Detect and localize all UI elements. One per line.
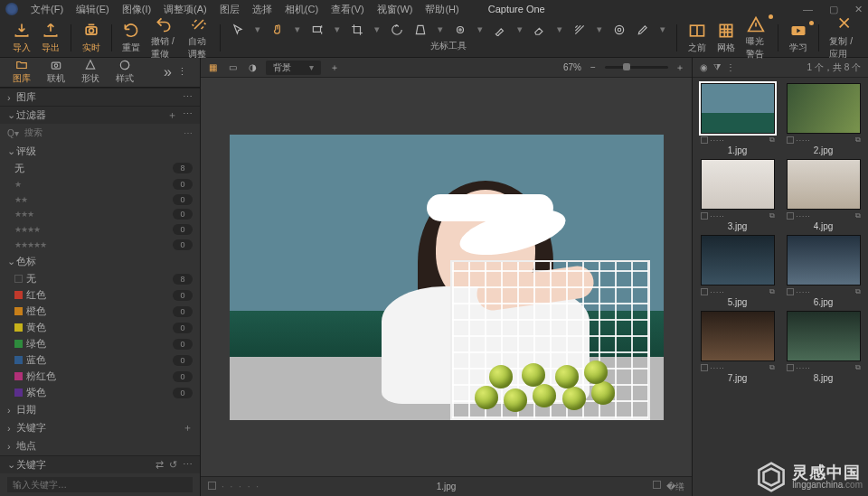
rating-row-none[interactable]: 无8 <box>0 160 200 176</box>
zoom-in-icon[interactable]: ＋ <box>674 61 686 74</box>
tab-library[interactable]: 图库 <box>13 59 31 85</box>
tabs-more-icon[interactable]: » <box>164 64 172 80</box>
window-minimize[interactable]: — <box>803 4 813 15</box>
copy-apply-button[interactable]: 复制 / 应用 <box>824 15 861 61</box>
pointer-tool-icon[interactable] <box>231 23 244 36</box>
crop-tool-icon[interactable] <box>351 23 363 36</box>
keyword-section-header[interactable]: ›关键字＋ <box>0 419 200 437</box>
live-button[interactable]: 实时 <box>77 22 106 54</box>
tab-shape[interactable]: 形状 <box>81 59 99 85</box>
zoom-out-icon[interactable]: − <box>587 61 599 74</box>
viewer-footer: · · · · · 1.jpg �缮 <box>201 476 692 496</box>
menu-layer[interactable]: 图层 <box>220 3 240 16</box>
date-section-header[interactable]: ›日期 <box>0 401 200 419</box>
view-grid-icon[interactable]: ▦ <box>206 61 219 74</box>
tab-style[interactable]: 样式 <box>116 59 134 85</box>
loupe-tool-icon[interactable] <box>311 23 324 36</box>
reset-icon[interactable]: ↺ <box>169 459 177 471</box>
rating-row-5[interactable]: ★★★★★0 <box>0 238 200 253</box>
rating-row-2[interactable]: ★★0 <box>0 192 200 207</box>
color-row[interactable]: 绿色0 <box>0 336 200 352</box>
before-after-button[interactable]: 之前 <box>683 22 712 54</box>
color-row[interactable]: 蓝色0 <box>0 352 200 369</box>
filter-panel-header[interactable]: ⌄ 过滤器 ＋ ⋯ <box>0 106 200 124</box>
thumbnail[interactable]: ·····⧉1.jpg <box>698 83 777 155</box>
menu-select[interactable]: 选择 <box>252 3 272 16</box>
keystone-tool-icon[interactable] <box>414 23 427 36</box>
thumbnail[interactable]: ·····⧉3.jpg <box>698 159 777 231</box>
learn-button[interactable]: 学习 <box>784 22 813 54</box>
auto-adjust-button[interactable]: 自动调整 <box>183 15 215 61</box>
select-checkbox[interactable] <box>208 482 216 490</box>
undo-redo-button[interactable]: 撤销 / 重做 <box>146 15 183 61</box>
svg-point-5 <box>615 25 623 33</box>
menu-edit[interactable]: 编辑(E) <box>76 3 109 16</box>
eye-icon[interactable]: ◉ <box>700 62 708 72</box>
window-close[interactable]: ✕ <box>854 4 863 15</box>
library-panel-header[interactable]: › 图库 ⋯ <box>0 88 200 106</box>
sort-icon[interactable]: ⋮ <box>726 62 735 72</box>
color-row[interactable]: 橙色0 <box>0 304 200 320</box>
viewer-filename: 1.jpg <box>437 482 457 491</box>
svg-point-6 <box>618 28 621 32</box>
keywords-panel-header[interactable]: ⌄关键字 ⇄ ↺ ⋯ <box>0 455 200 473</box>
color-row[interactable]: 粉红色0 <box>0 369 200 385</box>
tab-tether[interactable]: 联机 <box>47 59 65 85</box>
spot-tool-icon[interactable] <box>454 23 467 36</box>
rating-row-3[interactable]: ★★★0 <box>0 207 200 222</box>
add-layer-icon[interactable]: ＋ <box>328 61 341 74</box>
menu-file[interactable]: 文件(F) <box>31 3 63 16</box>
thumbnail[interactable]: ·····⧉8.jpg <box>784 311 863 383</box>
erase-tool-icon[interactable] <box>533 23 546 36</box>
menu-help[interactable]: 帮助(H) <box>425 3 458 16</box>
brush-tool-icon[interactable] <box>494 23 506 36</box>
menu-view[interactable]: 查看(V) <box>331 3 364 16</box>
rating-row-4[interactable]: ★★★★0 <box>0 222 200 238</box>
exposure-warning-button[interactable]: 曝光警告 <box>741 15 773 61</box>
hand-tool-icon[interactable] <box>271 23 284 36</box>
image-viewer[interactable] <box>201 78 692 476</box>
thumbnail[interactable]: ·····⧉7.jpg <box>698 311 777 383</box>
svg-point-4 <box>459 28 461 30</box>
color-row[interactable]: 红色0 <box>0 287 200 304</box>
export-button[interactable]: 导出 <box>36 22 65 54</box>
color-row[interactable]: 黄色0 <box>0 320 200 336</box>
rating-row-1[interactable]: ★0 <box>0 176 200 192</box>
svg-point-1 <box>89 28 93 33</box>
place-section-header[interactable]: ›地点 <box>0 437 200 455</box>
menu-window[interactable]: 视窗(W) <box>377 3 413 16</box>
menu-image[interactable]: 图像(I) <box>122 3 151 16</box>
layer-dropdown[interactable]: 背景▾ <box>266 61 321 75</box>
color-section-header[interactable]: ⌄色标 <box>0 252 200 270</box>
rotate-tool-icon[interactable] <box>391 23 403 36</box>
zoom-slider[interactable] <box>605 66 668 69</box>
sync-icon[interactable]: ⇄ <box>156 459 164 471</box>
annotate-tool-icon[interactable] <box>637 23 649 36</box>
thumbnail[interactable]: ·····⧉6.jpg <box>784 235 863 307</box>
menu-camera[interactable]: 相机(C) <box>285 3 318 16</box>
shape-icon <box>83 59 98 71</box>
radial-tool-icon[interactable] <box>613 23 626 36</box>
color-row[interactable]: 紫色0 <box>0 385 200 401</box>
tabs-menu-icon[interactable]: ⋮ <box>177 66 187 78</box>
app-logo <box>5 3 18 15</box>
rating-section-header[interactable]: ⌄评级 <box>0 142 200 160</box>
window-maximize[interactable]: ▢ <box>829 4 838 15</box>
menu-adjust[interactable]: 调整项(A) <box>164 3 207 16</box>
filter-icon[interactable]: ⧩ <box>713 62 721 73</box>
thumbnail[interactable]: ·····⧉4.jpg <box>784 159 863 231</box>
reset-button[interactable]: 重置 <box>117 22 146 54</box>
thumbnail[interactable]: ·····⧉5.jpg <box>698 235 777 307</box>
adjusted-icon: �缮 <box>666 481 684 493</box>
keyword-input[interactable] <box>7 477 193 492</box>
import-button[interactable]: 导入 <box>7 22 36 54</box>
view-single-icon[interactable]: ▭ <box>226 61 239 74</box>
thumbnail[interactable]: ·····⧉2.jpg <box>784 83 863 155</box>
view-proof-icon[interactable]: ◑ <box>246 61 259 74</box>
color-row[interactable]: 无8 <box>0 271 200 287</box>
grid-button[interactable]: 网格 <box>712 22 741 54</box>
filter-search[interactable]: Q▾ 搜索 ⋯ <box>0 124 200 142</box>
color-tag-box[interactable] <box>653 481 661 489</box>
add-icon[interactable]: ＋ <box>167 108 177 122</box>
gradient-tool-icon[interactable] <box>573 23 586 36</box>
